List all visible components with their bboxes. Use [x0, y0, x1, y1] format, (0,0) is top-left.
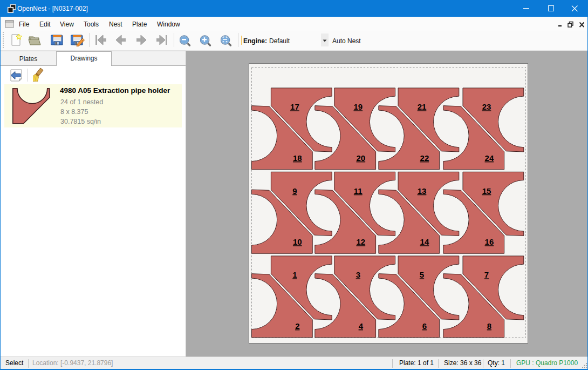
svg-text:4: 4: [359, 321, 364, 330]
svg-text:10: 10: [293, 237, 302, 246]
svg-text:12: 12: [356, 237, 365, 246]
svg-text:24: 24: [485, 153, 494, 162]
svg-text:1: 1: [292, 270, 297, 279]
svg-text:15: 15: [482, 186, 491, 195]
svg-text:22: 22: [420, 153, 429, 162]
svg-text:2: 2: [295, 321, 299, 330]
svg-text:8: 8: [487, 321, 491, 330]
svg-text:11: 11: [354, 186, 363, 195]
svg-text:5: 5: [420, 270, 424, 279]
svg-text:6: 6: [422, 321, 427, 330]
svg-text:14: 14: [420, 237, 429, 246]
svg-text:17: 17: [290, 102, 299, 111]
svg-text:9: 9: [292, 186, 297, 195]
svg-text:13: 13: [418, 186, 427, 195]
svg-text:16: 16: [485, 237, 494, 246]
svg-text:21: 21: [418, 102, 427, 111]
svg-text:18: 18: [293, 153, 302, 162]
svg-text:20: 20: [356, 153, 365, 162]
svg-text:23: 23: [482, 102, 491, 111]
svg-text:3: 3: [356, 270, 360, 279]
svg-text:7: 7: [484, 270, 489, 279]
svg-text:19: 19: [353, 102, 363, 111]
